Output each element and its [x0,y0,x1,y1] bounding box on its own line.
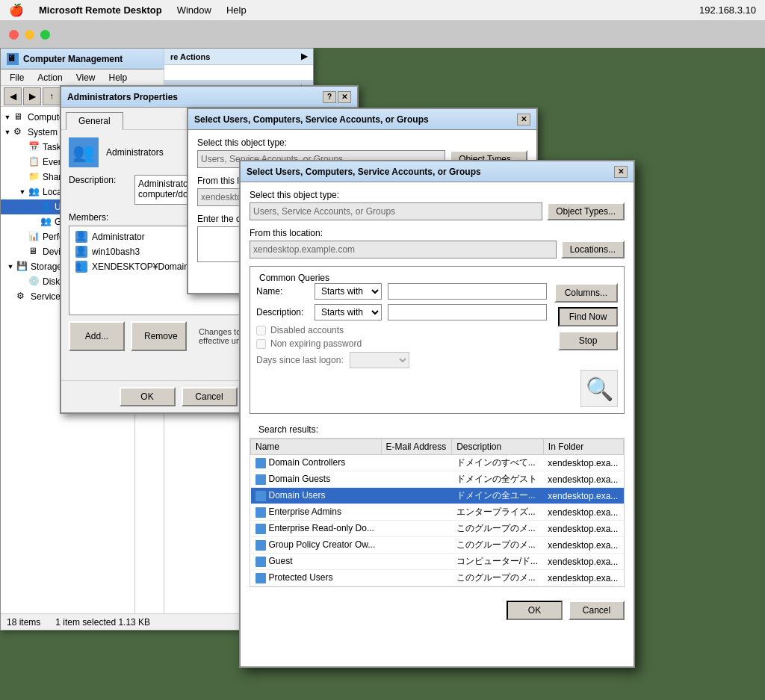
cell-description: このグループのメ... [452,570,544,586]
days-logon-select[interactable] [350,352,409,368]
fg-object-types-button[interactable]: Object Types... [547,202,625,220]
table-row[interactable]: Domain Users ドメインの全ユー... xendesktop.exa.… [251,488,624,504]
select-users-bg-title: Select Users, Computers, Service Account… [194,114,429,125]
cell-name: Enterprise Read-only Do... [251,521,382,537]
row-icon [255,557,266,567]
results-header-row: Name E-Mail Address Description In Folde… [251,439,624,455]
fg-object-type-input[interactable] [250,202,542,220]
remove-button[interactable]: Remove [131,321,187,351]
row-icon [255,573,266,583]
mac-maximize-button[interactable] [40,30,50,40]
col-name[interactable]: Name [251,439,382,455]
select-users-bg-controls: ✕ [517,114,530,126]
fg-location-input-row: Locations... [250,241,625,258]
col-folder[interactable]: In Folder [543,439,623,455]
table-row[interactable]: Guest コンピューター/ド... xendesktop.exa... [251,554,624,570]
fg-location-input[interactable] [250,241,557,258]
perf-icon: 📊 [28,231,40,243]
table-row[interactable]: Domain Controllers ドメインのすべて... xendeskto… [251,455,624,471]
results-table: Name E-Mail Address Description In Folde… [250,439,624,587]
local-icon: 👥 [28,186,40,198]
cell-email [381,471,452,488]
cell-folder: xendesktop.exa... [543,570,623,586]
toolbar-up[interactable]: ↑ [43,87,61,105]
comp-mgmt-icon: 🖥 [7,53,19,65]
select-users-fg-dialog: Select Users, Computers, Service Account… [239,160,635,668]
ok-button[interactable]: OK [120,387,176,406]
find-now-button[interactable]: Find Now [558,307,618,326]
cell-email [381,586,452,588]
member-name: Administrator [92,232,145,242]
menu-help[interactable]: Help [226,4,247,16]
expand-icon: ▼ [4,114,11,121]
table-row[interactable]: Group Policy Creator Ow... このグループのメ... x… [251,537,624,554]
groups-icon: 👥 [40,216,52,228]
share-icon: 📁 [28,171,40,183]
tab-general[interactable]: General [66,112,123,130]
toolbar-back[interactable]: ◀ [4,87,22,105]
admins-props-close[interactable]: ✕ [338,91,351,103]
table-row[interactable]: pvs xendesktop.exa... [251,586,624,588]
row-icon [255,524,266,534]
search-left: Name: Starts with Is exactly Description… [256,283,547,407]
cell-description [452,586,544,588]
expand-icon: ▼ [7,263,14,270]
mac-menubar: 🍎 Microsoft Remote Desktop Window Help 1… [0,0,765,21]
group-icon-symbol: 👥 [72,142,95,163]
row-icon [255,491,266,501]
select-users-bg-titlebar: Select Users, Computers, Service Account… [188,109,536,130]
search-results-label: Search results: [250,421,625,438]
apple-icon[interactable]: 🍎 [9,3,24,17]
select-users-fg-titlebar: Select Users, Computers, Service Account… [241,161,634,182]
cancel-button[interactable]: Cancel [182,387,238,406]
stop-button[interactable]: Stop [558,331,618,350]
search-layout: Name: Starts with Is exactly Description… [256,283,618,407]
cell-folder: xendesktop.exa... [543,586,623,588]
add-button[interactable]: Add... [69,321,125,351]
table-row[interactable]: Domain Guests ドメインの全ゲスト xendesktop.exa..… [251,471,624,488]
admins-props-controls: ? ✕ [323,91,351,103]
admins-props-help[interactable]: ? [323,91,336,103]
disabled-accounts-checkbox[interactable] [256,326,266,335]
name-starts-with-select[interactable]: Starts with Is exactly [315,283,382,300]
desc-query-input[interactable] [388,304,547,320]
menu-help-comp[interactable]: Help [103,71,134,84]
common-queries-group: Common Queries Name: Starts with Is exac… [250,266,625,414]
name-query-input[interactable] [388,283,547,300]
menu-view[interactable]: View [70,71,102,84]
fg-ok-button[interactable]: OK [507,601,563,620]
device-icon: 🖥 [28,246,40,258]
table-row[interactable]: Protected Users このグループのメ... xendesktop.e… [251,570,624,586]
cell-name: Guest [251,554,382,570]
non-expiring-checkbox[interactable] [256,339,266,349]
col-email[interactable]: E-Mail Address [381,439,452,455]
fg-cancel-button[interactable]: Cancel [569,601,625,620]
cell-name: Protected Users [251,570,382,586]
search-icon-area: 🔍 [580,370,618,407]
table-row[interactable]: Enterprise Read-only Do... このグループのメ... x… [251,521,624,537]
mac-minimize-button[interactable] [25,30,34,40]
menu-file[interactable]: File [4,71,30,84]
menu-window[interactable]: Window [177,4,211,16]
cell-description: ドメインの全ユー... [452,488,544,504]
mac-close-button[interactable] [9,30,19,40]
results-scroll[interactable]: Name E-Mail Address Description In Folde… [250,438,625,587]
menu-action[interactable]: Action [31,71,68,84]
search-right: Columns... Find Now Stop 🔍 [554,283,618,407]
task-icon: 📅 [28,141,40,153]
cell-name: pvs [251,586,382,588]
cell-description: ドメインの全ゲスト [452,471,544,488]
col-desc[interactable]: Description [452,439,544,455]
fg-locations-button[interactable]: Locations... [561,241,625,258]
comp-mgmt-title: Computer Management [23,54,123,64]
select-users-bg-close[interactable]: ✕ [517,114,530,126]
cell-name: Enterprise Admins [251,504,382,521]
columns-button[interactable]: Columns... [554,283,618,303]
desc-starts-with-select[interactable]: Starts with Is exactly [315,304,382,320]
row-icon [255,474,266,485]
table-row[interactable]: Enterprise Admins エンタープライズ... xendesktop… [251,504,624,521]
cell-email [381,537,452,554]
toolbar-forward[interactable]: ▶ [23,87,41,105]
cell-folder: xendesktop.exa... [543,455,623,471]
select-users-fg-close[interactable]: ✕ [614,166,628,178]
